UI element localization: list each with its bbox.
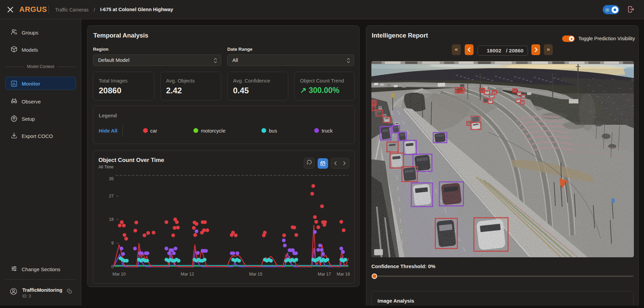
svg-text:Mar 12: Mar 12 [181,272,194,277]
svg-text:Mar 10: Mar 10 [113,272,126,277]
svg-text:0: 0 [111,264,114,269]
svg-text:Mar 15: Mar 15 [249,272,262,277]
svg-text:35: 35 [109,176,114,181]
svg-text:Mar 17: Mar 17 [318,272,331,277]
svg-text:Mar 18: Mar 18 [337,272,350,277]
svg-text:18: 18 [109,217,114,222]
svg-text:27: 27 [109,194,114,198]
svg-text:9: 9 [111,241,114,245]
